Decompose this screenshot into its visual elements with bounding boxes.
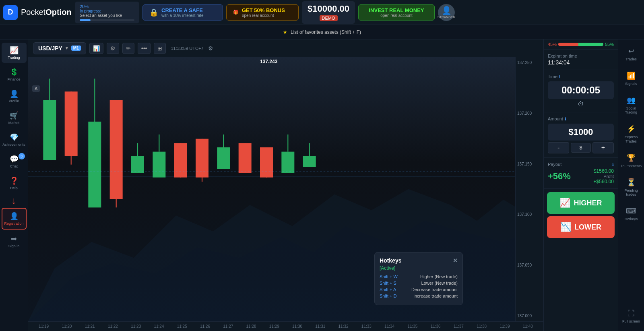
time-label-18: 11:37 <box>447 324 470 329</box>
svg-rect-11 <box>131 156 144 173</box>
chart-area: USD/JPY ▼ M1 📊 ⚙ ✏ ••• ⊞ 11:33:59 UTC+7 … <box>28 39 543 331</box>
hotkey-key-s: Shift + S <box>380 281 396 285</box>
clock-icon: ⏱ <box>548 101 614 108</box>
amount-plus-button[interactable]: + <box>592 142 614 153</box>
sidebar-item-chat[interactable]: 3 💬 Chat <box>2 151 27 172</box>
hotkeys-title: Hotkeys ✕ <box>380 257 458 264</box>
favorites-bar[interactable]: ★ List of favorites assets (Shift + F) <box>0 25 644 39</box>
far-right-sidebar: ↩ Trades 📶 Signals 👥 Social Trading ⚡ Ex… <box>618 39 644 331</box>
sidebar-item-finance[interactable]: 💲 Finance <box>2 64 27 85</box>
time-label-3: 11:22 <box>101 324 124 329</box>
svg-rect-9 <box>110 100 123 199</box>
hotkey-action-a: Decrease trade amount <box>411 287 458 292</box>
amount-info-icon: ℹ <box>565 117 566 121</box>
higher-button[interactable]: 📈 HIGHER <box>547 192 615 214</box>
timeframe-badge: M1 <box>71 46 81 51</box>
time-label-21: 11:40 <box>516 324 539 329</box>
price-level-4: 137.100 <box>517 212 542 217</box>
avatar-label: STRANGER <box>438 15 455 19</box>
sidebar-label-trading: Trading <box>8 56 20 60</box>
split-left-pct: 45% <box>548 42 557 47</box>
sidebar-item-signin[interactable]: ➡ Sign in <box>2 231 27 251</box>
svg-rect-27 <box>303 156 316 167</box>
lower-button[interactable]: 📉 LOWER <box>547 216 615 238</box>
sidebar-item-trades[interactable]: ↩ Trades <box>619 43 643 66</box>
sidebar-label-signin: Sign in <box>8 244 20 248</box>
express-trades-label: Express Trades <box>621 135 642 144</box>
amount-display[interactable]: $1000 <box>548 124 614 141</box>
sidebar-item-hotkeys[interactable]: ⌨ Hotkeys <box>619 203 643 225</box>
time-axis: 11:19 11:20 11:21 11:22 11:23 11:24 11:2… <box>28 321 543 331</box>
chat-badge: 3 <box>19 153 25 159</box>
time-label-13: 11:32 <box>332 324 355 329</box>
amount-section: Amount ℹ $1000 - $ + <box>544 112 618 158</box>
sidebar-label-profile: Profile <box>9 99 19 103</box>
chat-icon: 💬 <box>10 155 19 163</box>
expiry-label: Expiration time <box>548 54 577 58</box>
time-section: Time ℹ 00:00:05 ⏱ <box>544 70 618 112</box>
drawing-tool-button[interactable]: ✏ <box>122 43 134 54</box>
sidebar-item-signals[interactable]: 📶 Signals <box>619 67 643 90</box>
sidebar-item-registration[interactable]: 👤 Registration <box>2 208 27 230</box>
currency-button[interactable]: $ <box>571 143 590 153</box>
invest-button[interactable]: INVEST REAL MONEY open real account <box>358 4 435 21</box>
registration-icon: 👤 <box>10 212 19 221</box>
demo-badge: DEMO <box>320 15 338 21</box>
sidebar-item-trading[interactable]: 📈 Trading <box>2 43 27 63</box>
layout-button[interactable]: ⊞ <box>154 43 166 54</box>
time-label-9: 11:28 <box>239 324 262 329</box>
chart-timestamp: 11:33:59 UTC+7 <box>171 46 203 51</box>
time-display[interactable]: 00:00:05 <box>548 81 614 99</box>
trades-label: Trades <box>625 57 637 62</box>
more-options-button[interactable]: ••• <box>138 43 151 54</box>
tournaments-icon: 🏆 <box>627 153 636 162</box>
bonus-button[interactable]: 🎁 GET 50% BONUS open real account <box>226 4 299 21</box>
amount-section-label: Amount ℹ <box>548 116 614 121</box>
hotkeys-close-button[interactable]: ✕ <box>453 257 458 264</box>
left-sidebar: 📈 Trading 💲 Finance 👤 Profile 🛒 Market 💎… <box>0 39 28 331</box>
sidebar-item-fullscreen[interactable]: ⛶ Full screen <box>619 305 643 328</box>
sidebar-item-help[interactable]: ❓ Help <box>2 173 27 193</box>
sidebar-item-tournaments[interactable]: 🏆 Tournaments <box>619 149 643 172</box>
payout-values: +56% $1560.00 Profit +$560.00 <box>548 168 614 184</box>
split-bar-red <box>558 43 578 46</box>
chart-settings-button[interactable]: ⚙ <box>107 43 119 54</box>
sidebar-item-social-trading[interactable]: 👥 Social Trading <box>619 92 643 119</box>
time-label-5: 11:24 <box>147 324 170 329</box>
sidebar-item-express-trades[interactable]: ⚡ Express Trades <box>619 120 643 148</box>
price-scale: 137.250 137.200 137.150 137.100 137.050 … <box>515 57 543 321</box>
fullscreen-label: Full screen <box>622 319 640 324</box>
avatar[interactable]: 👤 STRANGER <box>438 4 455 21</box>
chevron-down-icon: ▼ <box>65 46 69 50</box>
settings-icon[interactable]: ⚙ <box>208 45 213 52</box>
create-safe-button[interactable]: 🔒 CREATE A SAFE with a 10% interest rate <box>142 4 223 21</box>
asset-selector[interactable]: USD/JPY ▼ M1 <box>33 42 86 54</box>
social-trading-icon: 👥 <box>627 96 636 105</box>
achievements-icon: 💎 <box>10 133 19 142</box>
amount-controls: - $ + <box>548 142 614 153</box>
sidebar-item-pending-trades[interactable]: ⏳ Pending trades <box>619 174 643 201</box>
progress-bar-outer <box>80 19 134 21</box>
progress-split: 45% 55% <box>544 39 618 50</box>
payout-section: Payout ℹ +56% $1560.00 Profit +$560.00 <box>544 158 618 189</box>
lower-arrow-icon: 📉 <box>560 222 571 232</box>
time-label-4: 11:23 <box>124 324 147 329</box>
hotkey-action-w: Higher (New trade) <box>420 274 458 279</box>
bonus-btn-text: GET 50% BONUS open real account <box>242 7 285 18</box>
sidebar-item-profile[interactable]: 👤 Profile <box>2 86 27 106</box>
market-icon: 🛒 <box>10 111 19 120</box>
svg-rect-23 <box>260 147 273 178</box>
social-trading-label: Social Trading <box>621 106 642 115</box>
lower-label: LOWER <box>574 223 601 232</box>
hotkeys-label: Hotkeys <box>625 217 638 221</box>
split-bar-green <box>578 43 603 46</box>
svg-rect-19 <box>217 147 230 169</box>
hotkeys-popup: Hotkeys ✕ [Active] Shift + W Higher (New… <box>374 252 463 305</box>
amount-minus-button[interactable]: - <box>548 142 569 153</box>
favorites-text: List of favorites assets (Shift + F) <box>291 29 361 35</box>
chart-type-button[interactable]: 📊 <box>89 43 103 54</box>
payout-detail: $1560.00 Profit +$560.00 <box>594 168 614 184</box>
sidebar-item-achievements[interactable]: 💎 Achievements <box>2 130 27 150</box>
sidebar-item-market[interactable]: 🛒 Market <box>2 108 27 128</box>
payout-profit-value: $1560.00 <box>594 168 614 174</box>
